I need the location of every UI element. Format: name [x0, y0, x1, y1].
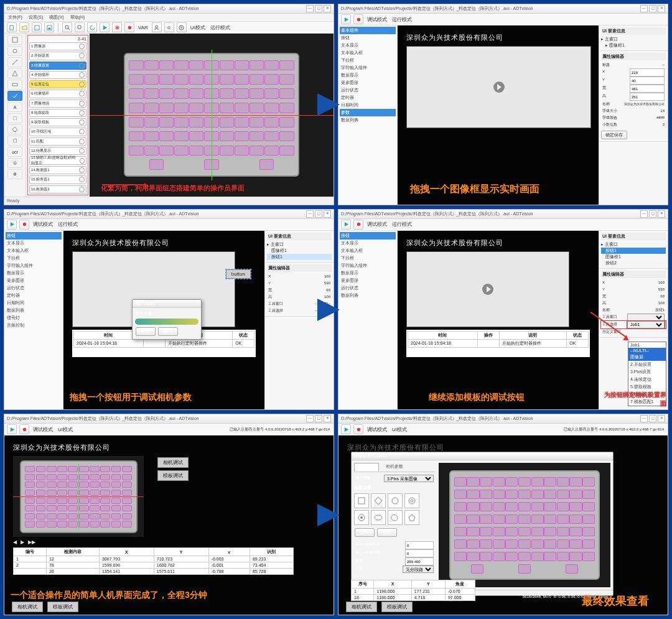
- max-button[interactable]: ◻: [649, 5, 656, 12]
- open-icon[interactable]: [19, 22, 29, 32]
- tree-node[interactable]: 数据显示: [340, 72, 396, 79]
- zoom-in-icon[interactable]: [62, 22, 72, 32]
- help-icon[interactable]: ?: [177, 22, 187, 32]
- refresh-icon[interactable]: [87, 22, 97, 32]
- side-item[interactable]: ◎: [7, 158, 22, 168]
- shape-target-icon[interactable]: [354, 510, 369, 525]
- button-widget-selected[interactable]: button: [226, 269, 251, 279]
- user-icon[interactable]: [152, 22, 162, 32]
- run-mode-button[interactable]: 运行模式: [209, 24, 231, 31]
- tool-select[interactable]: Job1: [627, 321, 665, 328]
- tree-node-selected[interactable]: 参数: [340, 109, 396, 116]
- min-button[interactable]: —: [640, 5, 648, 12]
- side-item[interactable]: [7, 46, 22, 56]
- menu-file[interactable]: 文件(F): [8, 14, 22, 21]
- camera-debug-button[interactable]: 相机调试: [346, 602, 377, 612]
- param-cy-input[interactable]: [405, 549, 434, 557]
- invert-button[interactable]: 反向: [355, 528, 375, 537]
- image-frame[interactable]: [406, 46, 591, 128]
- close-button[interactable]: ✕: [658, 5, 665, 12]
- play-icon[interactable]: ▶: [21, 539, 24, 545]
- image-viewer[interactable]: 化繁为简，利用界面组态搭建简单的操作员界面: [90, 34, 334, 197]
- step-item[interactable]: 10.寻找区域: [29, 128, 86, 136]
- side-item[interactable]: ⊕: [7, 169, 22, 179]
- template-debug-button[interactable]: 模板调试: [157, 470, 189, 481]
- step-item[interactable]: 1.图像源: [29, 42, 86, 50]
- side-item[interactable]: ◯: [7, 124, 22, 134]
- step-item[interactable]: 9.获取模板: [29, 118, 86, 126]
- side-item[interactable]: [7, 80, 22, 90]
- step-item[interactable]: 8.轮廓提取: [29, 109, 86, 117]
- menu-help[interactable]: 帮助(H): [70, 14, 85, 21]
- dialog-ok-button[interactable]: 确定: [136, 327, 156, 336]
- play-icon[interactable]: [7, 220, 17, 230]
- tab-trigger[interactable]: 触发设置: [354, 463, 379, 472]
- tree-node[interactable]: 文本显示: [340, 42, 396, 49]
- tree-node[interactable]: 日期时间: [340, 101, 396, 109]
- outline-item[interactable]: ▸ 图像框1: [601, 42, 666, 49]
- record-icon[interactable]: [124, 22, 134, 32]
- shape-circle-icon[interactable]: [388, 493, 403, 508]
- input-source-select[interactable]: 3.Pixs 采集图像: [384, 475, 434, 482]
- tree-node[interactable]: 按钮: [340, 34, 396, 42]
- param-cx-input[interactable]: [405, 541, 434, 549]
- angle-select[interactable]: 无分段路: [403, 565, 434, 573]
- step-item-selected[interactable]: 3.结束设置: [29, 62, 86, 70]
- menu-settings[interactable]: 设置(S): [29, 14, 43, 21]
- save-properties-button[interactable]: 确定保存: [601, 131, 627, 139]
- step-item[interactable]: 14.检测器1: [29, 166, 86, 174]
- record-icon[interactable]: [353, 220, 363, 230]
- dialog-help-button[interactable]: ?: [196, 301, 198, 305]
- record-icon[interactable]: [19, 424, 29, 434]
- hmi-designer[interactable]: 深圳众为兴技术股份有限公司 时间操作说明状态 2024-01-18 15:04:…: [398, 231, 599, 410]
- tool-window-select[interactable]: [627, 314, 665, 321]
- play-icon[interactable]: [341, 220, 351, 230]
- play-icon[interactable]: [7, 424, 17, 434]
- run-mode-button[interactable]: 运行模式: [391, 16, 413, 23]
- prop-h-input[interactable]: [630, 93, 665, 101]
- gear-icon[interactable]: [164, 22, 174, 32]
- save-as-icon[interactable]: [44, 22, 54, 32]
- min-button[interactable]: —: [306, 5, 314, 12]
- var-button[interactable]: VAR: [137, 25, 149, 30]
- step-item[interactable]: 12.结果显示: [29, 147, 86, 155]
- tab-camera[interactable]: 相机参数: [383, 463, 406, 472]
- shape-ellipse-icon[interactable]: [371, 510, 386, 525]
- close-button[interactable]: ✕: [324, 5, 331, 12]
- template-debug-button[interactable]: 模板调试: [381, 602, 413, 612]
- slider[interactable]: [135, 319, 198, 325]
- hmi-designer[interactable]: 深圳众为兴技术股份有限公司 拖拽一个图像框显示实时画面: [398, 26, 599, 205]
- param-w-input[interactable]: [405, 557, 434, 565]
- prev-icon[interactable]: ◀: [13, 539, 17, 545]
- side-item[interactable]: ocr: [7, 147, 22, 157]
- camera-debug-button[interactable]: 相机调试: [12, 602, 43, 612]
- play-icon[interactable]: [341, 14, 351, 24]
- side-item[interactable]: ▢: [7, 136, 22, 146]
- record-icon[interactable]: [19, 220, 29, 230]
- image-frame[interactable]: [406, 251, 569, 327]
- prop-x-input[interactable]: [630, 68, 665, 77]
- outline-item[interactable]: ▸ 主窗口: [601, 36, 666, 42]
- template-debug-button[interactable]: 模板调试: [47, 602, 78, 612]
- record-icon[interactable]: [353, 14, 363, 24]
- prop-w-input[interactable]: [630, 85, 665, 93]
- step-item-highlighted[interactable]: 5.位置定位: [29, 80, 86, 88]
- step-item[interactable]: 15.标准器1: [29, 175, 86, 184]
- step-item[interactable]: 13.辅助工具(坐标边框)的绘制显示: [29, 156, 86, 165]
- tree-node[interactable]: 运行状态: [340, 86, 396, 94]
- side-item[interactable]: [7, 35, 22, 45]
- shape-rect-icon[interactable]: [354, 493, 369, 508]
- side-item[interactable]: [7, 57, 22, 67]
- side-item-selected[interactable]: [7, 91, 22, 101]
- shape-ring-icon[interactable]: [404, 493, 419, 508]
- step-item[interactable]: 11.匹配: [29, 137, 86, 146]
- shape-diamond-icon[interactable]: [371, 493, 386, 508]
- dialog-image-viewer[interactable]: [439, 463, 610, 587]
- debug-mode-button[interactable]: 调试模式: [366, 16, 388, 23]
- tree-node[interactable]: 定时器: [340, 94, 396, 101]
- dialog-cancel-button[interactable]: 取消: [158, 327, 178, 336]
- ui-mode-button[interactable]: UI模式: [189, 24, 207, 31]
- side-item[interactable]: A: [7, 102, 22, 112]
- side-item[interactable]: ⬚: [7, 113, 22, 123]
- tree-node[interactable]: 数据列表: [340, 116, 396, 124]
